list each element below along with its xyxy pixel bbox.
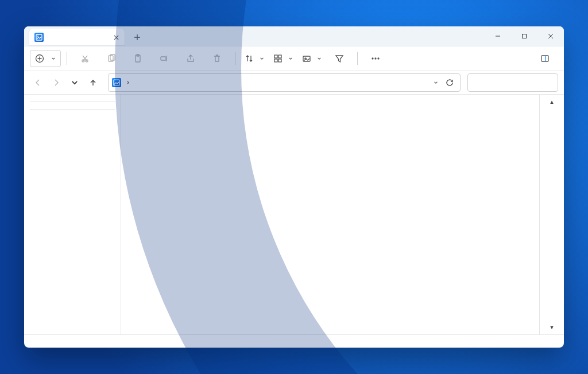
svg-point-18 (375, 58, 376, 59)
share-button[interactable] (179, 50, 203, 67)
cut-icon (80, 54, 90, 63)
maximize-button[interactable] (511, 26, 537, 46)
search-input[interactable] (473, 78, 561, 87)
svg-point-5 (86, 60, 88, 62)
svg-rect-7 (110, 54, 115, 60)
svg-point-4 (82, 60, 84, 62)
view-icon (273, 54, 283, 63)
address-dropdown-button[interactable] (434, 80, 438, 85)
window-controls (485, 26, 564, 46)
back-button[interactable] (30, 75, 46, 91)
tab-close-button[interactable] (111, 33, 121, 42)
svg-point-17 (372, 58, 373, 59)
recent-button[interactable] (67, 75, 83, 91)
svg-rect-8 (136, 55, 140, 62)
svg-rect-13 (274, 59, 277, 62)
svg-rect-14 (278, 59, 281, 62)
toolbar (24, 46, 564, 71)
svg-rect-10 (161, 57, 166, 60)
filter-icon (335, 54, 344, 63)
minimize-button[interactable] (485, 26, 511, 46)
more-icon (371, 54, 380, 63)
share-icon (186, 54, 195, 63)
new-tab-button[interactable] (129, 29, 146, 46)
svg-rect-9 (137, 54, 139, 56)
svg-point-19 (378, 58, 379, 59)
refresh-button[interactable] (443, 75, 457, 91)
svg-rect-11 (274, 55, 277, 58)
svg-rect-2 (523, 34, 527, 38)
search-box[interactable] (467, 73, 558, 92)
timeline-up-icon[interactable]: ▴ (550, 98, 554, 106)
sidebar (24, 95, 121, 334)
copy-button[interactable] (99, 50, 123, 67)
content-area: ▴ ▾ (121, 95, 564, 334)
titlebar (24, 26, 564, 46)
cut-button[interactable] (73, 50, 97, 67)
navbar (24, 71, 564, 95)
new-button[interactable] (30, 50, 61, 67)
gallery-icon (112, 78, 121, 87)
sort-button[interactable] (241, 50, 268, 67)
svg-point-1 (37, 36, 38, 37)
gallery-icon (34, 33, 44, 42)
details-icon (540, 54, 550, 63)
svg-rect-6 (109, 56, 113, 61)
forward-button[interactable] (48, 75, 64, 91)
rename-button[interactable] (152, 50, 176, 67)
more-button[interactable] (363, 50, 388, 67)
copy-icon (107, 54, 116, 63)
rename-icon (160, 54, 169, 63)
delete-button[interactable] (205, 50, 229, 67)
svg-rect-12 (278, 55, 281, 58)
paste-button[interactable] (126, 50, 150, 67)
tab-strip (24, 26, 485, 46)
status-bar (24, 334, 564, 348)
collection-icon (302, 54, 311, 63)
tab-gallery[interactable] (29, 29, 125, 46)
filter-button[interactable] (327, 50, 351, 67)
collection-button[interactable] (299, 50, 325, 67)
view-button[interactable] (270, 50, 296, 67)
timeline-down-icon[interactable]: ▾ (550, 324, 554, 331)
gallery-grid[interactable] (121, 95, 539, 334)
timeline-scrubber[interactable]: ▴ ▾ (539, 95, 564, 334)
sort-icon (245, 54, 254, 63)
file-explorer-window: ▴ ▾ (24, 26, 564, 348)
up-button[interactable] (85, 75, 101, 91)
svg-rect-20 (541, 56, 548, 61)
delete-icon (212, 54, 222, 63)
paste-icon (133, 54, 142, 63)
details-pane-button[interactable] (534, 50, 558, 67)
window-close-button[interactable] (537, 26, 564, 46)
address-bar[interactable] (108, 73, 461, 92)
